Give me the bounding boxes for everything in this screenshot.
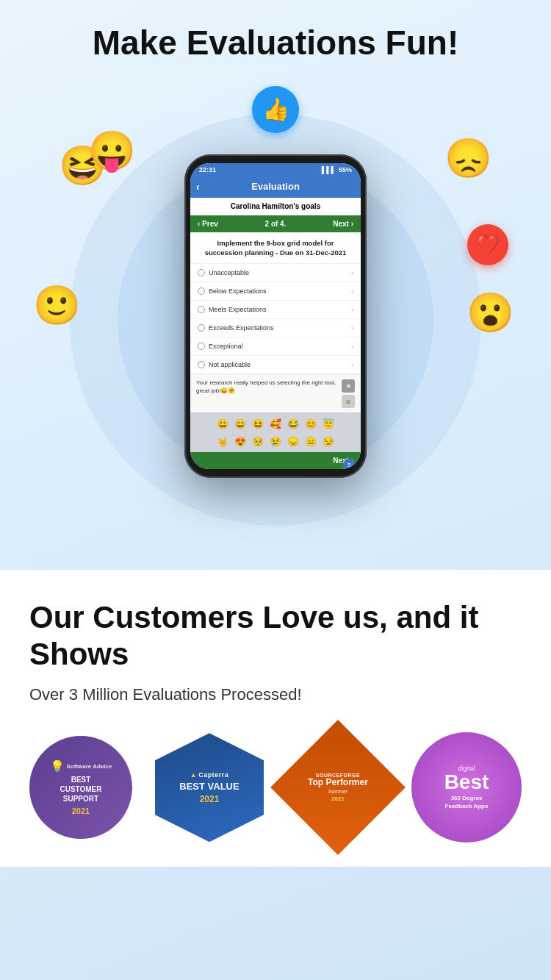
- app-header-title: Evaluation: [251, 181, 300, 192]
- sf-wrapper: SOURCEFORGE Top Performer Summer 2021: [287, 731, 389, 845]
- emoji-key-1[interactable]: 😀: [215, 415, 231, 432]
- chevron-exceptional: ›: [351, 343, 353, 350]
- radio-exceptional[interactable]: [198, 343, 205, 350]
- badges-row: 💡 Software Advice BESTCUSTOMERSUPPORT 20…: [29, 731, 522, 845]
- rating-unacceptable[interactable]: Unacceptable ›: [190, 264, 361, 282]
- capterra-logo: Capterra: [198, 771, 228, 779]
- radio-na[interactable]: [198, 361, 205, 368]
- emoji-key-5[interactable]: 😂: [285, 415, 301, 432]
- rating-na[interactable]: Not applicable ›: [190, 356, 361, 374]
- rating-label-exceptional: Exceptional: [209, 343, 243, 350]
- heart-badge: ❤️: [467, 224, 508, 265]
- back-arrow-icon[interactable]: ‹: [196, 181, 200, 193]
- rating-label-unacceptable: Unacceptable: [209, 269, 249, 276]
- comment-text: Your research really helped us selecting…: [196, 379, 339, 395]
- badge-sa-circle: 💡 Software Advice BESTCUSTOMERSUPPORT 20…: [29, 736, 132, 839]
- help-icon[interactable]: ?: [343, 459, 355, 469]
- capterra-hex: ▲ Capterra BEST VALUE 2021: [155, 733, 264, 842]
- bottom-bar: Next › ?: [190, 452, 361, 469]
- emoji-key-3[interactable]: 😆: [250, 415, 266, 432]
- digital-badge-circle: digital Best 360 DegreeFeedback Apps: [411, 732, 522, 843]
- status-bar: 22:31 ▌▌▌ 55%: [190, 163, 361, 176]
- rating-meets[interactable]: Meets Expectations ›: [190, 301, 361, 319]
- capterra-badge: ▲ Capterra BEST VALUE 2021: [154, 732, 264, 843]
- digital-sub: 360 DegreeFeedback Apps: [445, 795, 489, 810]
- radio-unacceptable[interactable]: [198, 269, 205, 276]
- sa-name: Software Advice: [67, 763, 112, 770]
- emoji-sad: 😞: [444, 136, 492, 181]
- rating-exceptional[interactable]: Exceptional ›: [190, 337, 361, 356]
- emoji-row-2: 🤘 😍 🥺 😢 😞 😑 😒: [193, 433, 358, 449]
- sf-main: Top Performer: [308, 778, 368, 787]
- phone-section: 👍 😆 😞 🙂 😮 😛 ❤️ 22:31 ▌▌▌ 55% ‹ Evaluatio…: [0, 70, 551, 570]
- emoji-shocked: 😮: [467, 290, 514, 335]
- next-button[interactable]: Next ›: [333, 220, 353, 228]
- card-title: Carolina Hamilton's goals: [190, 198, 361, 215]
- customers-sub: Over 3 Million Evaluations Processed!: [29, 685, 522, 704]
- sf-sub: Summer: [308, 789, 368, 794]
- emoji-key-12[interactable]: 😞: [285, 433, 301, 449]
- software-advice-badge: 💡 Software Advice BESTCUSTOMERSUPPORT 20…: [29, 736, 132, 839]
- sf-content: SOURCEFORGE Top Performer Summer 2021: [308, 773, 368, 802]
- rating-label-meets: Meets Expectations: [209, 306, 267, 313]
- emoji-key-13[interactable]: 😑: [303, 433, 319, 449]
- emoji-picker-button[interactable]: ☺: [342, 395, 355, 408]
- thumbs-up-icon: 👍: [252, 86, 299, 133]
- capterra-wrapper: ▲ Capterra BEST VALUE 2021: [154, 732, 264, 843]
- phone-frame: 22:31 ▌▌▌ 55% ‹ Evaluation Carolina Hami…: [184, 154, 367, 479]
- rating-label-exceeds: Exceeds Expectations: [209, 324, 274, 332]
- emoji-tongue: 😛: [88, 129, 136, 174]
- sf-year: 2021: [308, 795, 368, 802]
- close-comment-button[interactable]: ✕: [342, 379, 355, 393]
- prev-button[interactable]: ‹ Prev: [198, 220, 218, 228]
- digital-main: Best: [444, 772, 489, 793]
- emoji-smile: 🙂: [33, 283, 81, 328]
- sourceforge-badge: SOURCEFORGE Top Performer Summer 2021: [287, 731, 389, 845]
- emoji-key-14[interactable]: 😒: [320, 433, 336, 449]
- hero-title: Make Evaluations Fun!: [0, 0, 551, 70]
- emoji-key-6[interactable]: 😊: [303, 415, 319, 432]
- radio-exceeds[interactable]: [198, 324, 205, 332]
- emoji-key-8[interactable]: 🤘: [215, 433, 231, 449]
- app-header: ‹ Evaluation: [190, 176, 361, 198]
- radio-below[interactable]: [198, 287, 205, 295]
- radio-meets[interactable]: [198, 306, 205, 313]
- goal-text: Implement the 9-box grid model for succe…: [190, 232, 361, 265]
- emoji-key-2[interactable]: 😄: [232, 415, 248, 432]
- emoji-key-9[interactable]: 😍: [232, 433, 248, 449]
- capterra-year: 2021: [200, 794, 220, 804]
- status-bar-right: ▌▌▌ 55%: [322, 166, 352, 174]
- phone-screen: 22:31 ▌▌▌ 55% ‹ Evaluation Carolina Hami…: [190, 163, 361, 470]
- bottom-section: Our Customers Love us, and it Shows Over…: [0, 570, 551, 867]
- rating-label-below: Below Expectations: [209, 287, 267, 295]
- chevron-unacceptable: ›: [351, 270, 353, 276]
- chevron-below: ›: [351, 288, 353, 295]
- emoji-key-10[interactable]: 🥺: [250, 433, 266, 449]
- battery-label: 55%: [339, 166, 352, 174]
- emoji-row-1: 😀 😄 😆 🥰 😂 😊 😇: [193, 415, 358, 432]
- signal-icon: ▌▌▌: [322, 166, 336, 174]
- digital-top: digital: [458, 765, 475, 772]
- chevron-na: ›: [351, 362, 353, 368]
- rating-list: Unacceptable › Below Expectations › Meet…: [190, 264, 361, 374]
- emoji-keyboard: 😀 😄 😆 🥰 😂 😊 😇 🤘 😍 🥺 😢 😞 😑 😒: [190, 412, 361, 452]
- status-time: 22:31: [199, 166, 216, 174]
- sa-year: 2021: [72, 806, 90, 815]
- comment-area: Your research really helped us selecting…: [190, 374, 361, 412]
- rating-label-na: Not applicable: [209, 361, 251, 368]
- emoji-key-7[interactable]: 😇: [320, 415, 336, 432]
- emoji-key-4[interactable]: 🥰: [267, 415, 284, 432]
- rating-exceeds[interactable]: Exceeds Expectations ›: [190, 319, 361, 337]
- rating-below[interactable]: Below Expectations ›: [190, 282, 361, 301]
- page-count: 2 of 4.: [265, 220, 287, 228]
- customers-title: Our Customers Love us, and it Shows: [29, 599, 522, 673]
- capterra-main: BEST VALUE: [179, 781, 239, 792]
- digital-best-badge: digital Best 360 DegreeFeedback Apps: [411, 732, 522, 843]
- chevron-meets: ›: [351, 307, 353, 313]
- chevron-exceeds: ›: [351, 325, 353, 332]
- nav-row: ‹ Prev 2 of 4. Next ›: [190, 215, 361, 232]
- sa-main: BESTCUSTOMERSUPPORT: [60, 775, 101, 804]
- emoji-key-11[interactable]: 😢: [267, 433, 284, 449]
- comment-icons: ✕ ☺: [342, 379, 355, 408]
